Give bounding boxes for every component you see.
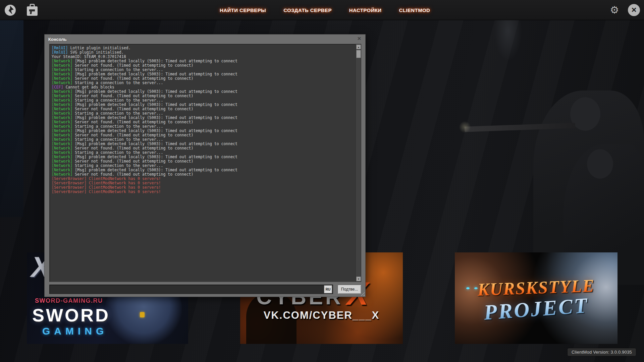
log-text: Starting a connection to the server... <box>75 67 163 72</box>
background-smoke <box>493 17 523 64</box>
log-tag: [Network] <box>52 168 72 172</box>
log-tag: [ServerBrowser] <box>52 176 87 181</box>
log-tag: [Network] <box>52 72 72 76</box>
nav-item[interactable]: CLIENTMOD <box>399 7 430 13</box>
log-text: Server not found. (Timed out attempting … <box>75 120 193 124</box>
log-tag: [Network] <box>52 98 72 103</box>
log-text: ClientModNetwork has 0 servers! <box>89 189 161 194</box>
log-text: SVG plugin initialised. <box>70 50 123 55</box>
settings-gear-icon[interactable]: ⚙ <box>608 3 621 17</box>
log-text: Server not found. (Timed out attempting … <box>75 63 193 68</box>
log-text: Server not found. (Timed out attempting … <box>75 159 193 164</box>
console-close-button[interactable]: × <box>356 35 363 42</box>
log-tag: [Network] <box>52 172 72 177</box>
log-text: Server not found. (Timed out attempting … <box>75 146 193 150</box>
nav-item[interactable]: НАЙТИ СЕРВЕРЫ <box>220 7 266 13</box>
log-text: Cannot get ads blocks <box>66 85 114 89</box>
log-tag: [Network] <box>52 159 72 164</box>
close-glyph: × <box>631 5 636 14</box>
topbar-left-icons <box>3 0 39 20</box>
log-text: Starting a connection to the server... <box>75 137 163 142</box>
console-command-input[interactable] <box>50 285 324 294</box>
scroll-up-button[interactable]: ▲ <box>356 45 361 49</box>
nav-item[interactable]: НАСТРОЙКИ <box>349 7 382 13</box>
log-text: Starting a connection to the server... <box>75 124 163 129</box>
log-tag: [Network] <box>52 133 72 137</box>
console-log[interactable]: [RmlUI]Lottie plugin initialised. [RmlUI… <box>52 46 354 280</box>
nav-item[interactable]: СОЗДАТЬ СЕРВЕР <box>283 7 332 13</box>
log-text: [Msg] problem detected locally (5003): T… <box>75 168 237 172</box>
app-window: X SWORD-GAMING.RU SWORD GAMING CYBER X V… <box>0 0 644 362</box>
log-tag: [Network] <box>52 102 72 107</box>
log-text: Server not found. (Timed out attempting … <box>75 107 193 111</box>
console-scrollbar[interactable]: ▲ ▼ <box>356 44 361 282</box>
log-tag: [Network] <box>52 155 72 159</box>
log-text: Server not found. (Timed out attempting … <box>75 76 193 81</box>
log-text: [Msg] problem detected locally (5003): T… <box>75 128 237 133</box>
console-input-row: RU Подтве... <box>49 285 361 294</box>
log-tag: [Network] <box>52 107 72 111</box>
log-text: Starting a connection to the server... <box>75 98 163 103</box>
log-text: Starting a connection to the server... <box>75 80 163 85</box>
sword-site-url: SWORD-GAMING.RU <box>35 297 103 304</box>
log-tag: [Network] <box>52 89 72 94</box>
log-tag: [Network] <box>52 146 72 150</box>
sword-title: SWORD <box>32 305 110 325</box>
log-text: [Msg] problem detected locally (5003): T… <box>75 59 237 63</box>
log-tag: [Network] <box>52 94 72 98</box>
console-log-area: [RmlUI]Lottie plugin initialised. [RmlUI… <box>49 44 361 282</box>
log-text: ClientModNetwork has 0 servers! <box>89 176 161 181</box>
log-tag: [Network] <box>52 67 72 72</box>
console-input-field-wrap: RU <box>49 285 333 294</box>
main-nav: НАЙТИ СЕРВЕРЫ СОЗДАТЬ СЕРВЕР НАСТРОЙКИ C… <box>220 0 430 20</box>
console-titlebar[interactable]: Консоль × <box>45 35 365 44</box>
log-tag: [Network] <box>52 63 72 68</box>
gear-glyph: ⚙ <box>610 5 619 15</box>
background-soldier-head <box>587 149 613 179</box>
weapon-case-icon[interactable] <box>25 3 39 17</box>
scroll-thumb[interactable] <box>356 50 361 58</box>
scroll-down-button[interactable]: ▼ <box>356 277 361 281</box>
background-muzzle-flash <box>458 121 472 133</box>
close-icon: × <box>628 4 640 16</box>
log-tag: [Network] <box>52 163 72 168</box>
version-badge: ClientMod Version: 3.0.0.9035 <box>568 348 636 356</box>
log-tag: [CEF] <box>52 85 63 89</box>
log-text: Server not found. (Timed out attempting … <box>75 133 193 137</box>
log-tag: [Network] <box>52 115 72 120</box>
clientmod-logo-svg <box>4 4 16 16</box>
log-text: Your SteamID: STEAM_0:0:37017418 <box>52 54 126 59</box>
log-text: [Msg] problem detected locally (5003): T… <box>75 89 237 94</box>
log-text: [Msg] problem detected locally (5003): T… <box>75 155 237 159</box>
sword-badge-art <box>140 312 145 317</box>
weapon-case-svg <box>25 4 39 16</box>
sword-subtitle: GAMING <box>42 325 108 337</box>
log-tag: [ServerBrowser] <box>52 181 87 185</box>
cyber-vk-link: VK.COM/CYBER___X <box>240 309 403 321</box>
log-text: [Msg] problem detected locally (5003): T… <box>75 72 237 76</box>
log-tag: [ServerBrowser] <box>52 185 87 190</box>
clientmod-logo-icon[interactable] <box>3 3 17 17</box>
log-text: Starting a connection to the server... <box>75 111 163 116</box>
log-text: [Msg] problem detected locally (5003): T… <box>75 102 237 107</box>
log-tag: [ServerBrowser] <box>52 189 87 194</box>
exit-button[interactable]: × <box>627 3 641 17</box>
log-tag: [Network] <box>52 137 72 142</box>
log-text: [Msg] problem detected locally (5003): T… <box>75 115 237 120</box>
log-text: ClientModNetwork has 0 servers! <box>89 185 161 190</box>
log-text: Starting a connection to the server... <box>75 163 163 168</box>
keyboard-language-badge[interactable]: RU <box>324 285 332 293</box>
log-tag: [Network] <box>52 124 72 129</box>
log-tag: [Network] <box>52 80 72 85</box>
log-text: Starting a connection to the server... <box>75 150 163 155</box>
log-tag: [Network] <box>52 59 72 63</box>
log-text: Server not found. (Timed out attempting … <box>75 172 193 177</box>
log-tag: [Network] <box>52 76 72 81</box>
confirm-button[interactable]: Подтве... <box>338 285 361 294</box>
log-tag: [Network] <box>52 141 72 146</box>
log-line: [ServerBrowser]ClientModNetwork has 0 se… <box>52 190 354 194</box>
log-tag: [RmlUI] <box>52 50 68 55</box>
log-tag: [Network] <box>52 128 72 133</box>
log-tag: [Network] <box>52 120 72 124</box>
banner-kurskstyle-project[interactable]: KURSKSTYLE PROJECT <box>455 252 618 344</box>
